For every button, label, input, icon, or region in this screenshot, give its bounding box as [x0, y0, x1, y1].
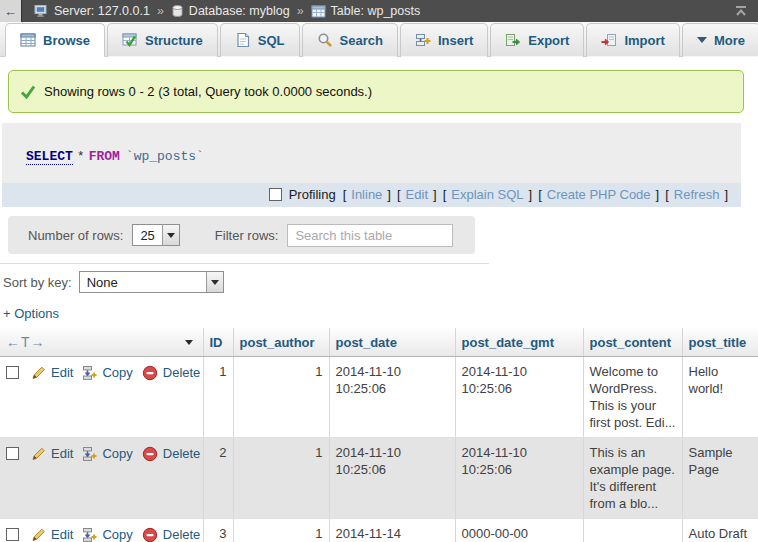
bracket: [	[664, 187, 670, 202]
inline-link[interactable]: Inline	[351, 187, 382, 202]
cell-post-content: Welcome to WordPress. This is your first…	[583, 357, 682, 438]
sql-query-box: SELECT*FROM`wp_posts`	[2, 123, 741, 183]
sql-icon	[235, 32, 251, 48]
column-header-post-author[interactable]: post_author	[233, 328, 329, 357]
column-header-id[interactable]: ID	[203, 328, 233, 357]
pencil-icon	[31, 365, 46, 380]
refresh-link[interactable]: Refresh	[674, 187, 720, 202]
cell-post-author: 1	[233, 357, 329, 438]
tab-search[interactable]: Search	[302, 23, 398, 57]
back-arrow-icon: ←	[4, 4, 17, 19]
cell-post-content: This is an example page. It's different …	[583, 438, 682, 519]
chevron-down-icon	[697, 37, 707, 43]
breadcrumb-table[interactable]: Table: wp_posts	[311, 4, 421, 18]
tab-export[interactable]: Export	[490, 23, 584, 57]
cell-post-content	[583, 519, 682, 542]
bracket: ]	[528, 187, 534, 202]
column-header-post-date-gmt[interactable]: post_date_gmt	[455, 328, 583, 357]
copy-icon	[82, 365, 97, 381]
cell-id: 3	[203, 519, 233, 542]
breadcrumb-server[interactable]: Server: 127.0.0.1	[34, 4, 150, 18]
profiling-checkbox[interactable]	[269, 188, 282, 201]
insert-icon	[415, 32, 431, 48]
row-checkbox[interactable]	[6, 528, 19, 541]
query-section: SELECT*FROM`wp_posts` Profiling [ Inline…	[2, 123, 741, 207]
rows-controls: Number of rows: 25 Filter rows:	[8, 216, 475, 254]
breadcrumb-separator: »	[155, 4, 166, 18]
delete-row-link[interactable]: Delete	[163, 445, 201, 462]
tab-export-label: Export	[528, 33, 569, 48]
row-actions-position-icon[interactable]: ←T→	[6, 334, 46, 350]
filter-rows-input[interactable]	[287, 224, 453, 247]
check-icon	[20, 85, 36, 99]
column-header-post-title[interactable]: post_title	[682, 328, 758, 357]
success-message-text: Showing rows 0 - 2 (3 total, Query took …	[44, 84, 372, 99]
cell-id: 2	[203, 438, 233, 519]
sort-by-key-label: Sort by key:	[3, 275, 72, 290]
export-icon	[505, 32, 521, 48]
copy-icon	[82, 527, 97, 542]
breadcrumb-database[interactable]: Database: myblog	[171, 4, 290, 18]
select-dropdown-button[interactable]	[206, 272, 223, 292]
delete-row-link[interactable]: Delete	[163, 526, 201, 542]
bracket: ]	[386, 187, 392, 202]
bracket: ]	[432, 187, 438, 202]
breadcrumb-table-label: Table: wp_posts	[331, 4, 421, 18]
row-checkbox[interactable]	[6, 447, 19, 460]
cell-post-title: Hello world!	[682, 357, 758, 438]
explain-sql-link[interactable]: Explain SQL	[451, 187, 523, 202]
copy-row-link[interactable]: Copy	[102, 364, 132, 381]
select-dropdown-button[interactable]	[162, 225, 179, 245]
nav-panel-toggle-button[interactable]: ←	[0, 0, 22, 22]
edit-row-link[interactable]: Edit	[51, 445, 73, 462]
sql-star: *	[73, 149, 89, 164]
table-header-row: ←T→ ID post_author post_date post_date_g…	[0, 328, 758, 357]
create-php-code-link[interactable]: Create PHP Code	[547, 187, 651, 202]
edit-query-link[interactable]: Edit	[406, 187, 428, 202]
filter-rows-label: Filter rows:	[215, 228, 279, 243]
chevron-down-icon	[211, 280, 219, 285]
delete-row-link[interactable]: Delete	[163, 364, 201, 381]
tab-sql[interactable]: SQL	[220, 23, 300, 57]
copy-row-link[interactable]: Copy	[102, 526, 132, 542]
tab-insert[interactable]: Insert	[400, 23, 488, 57]
copy-row-link[interactable]: Copy	[102, 445, 132, 462]
edit-row-link[interactable]: Edit	[51, 526, 73, 542]
cell-post-title: Sample Page	[682, 438, 758, 519]
collapse-console-icon[interactable]	[734, 5, 748, 17]
column-options-dropdown-icon[interactable]	[185, 340, 193, 345]
tab-more[interactable]: More	[682, 23, 758, 57]
browse-icon	[20, 32, 36, 48]
tab-structure-label: Structure	[145, 33, 203, 48]
database-icon	[171, 4, 184, 18]
tab-structure[interactable]: Structure	[107, 23, 218, 57]
options-toggle-link[interactable]: + Options	[3, 306, 59, 321]
success-message: Showing rows 0 - 2 (3 total, Query took …	[8, 70, 744, 113]
column-header-post-date[interactable]: post_date	[329, 328, 455, 357]
column-header-post-content[interactable]: post_content	[583, 328, 682, 357]
sort-by-key-value: None	[80, 275, 206, 290]
cell-id: 1	[203, 357, 233, 438]
cell-post-date-gmt: 2014-11-10 10:25:06	[455, 438, 583, 519]
tab-browse[interactable]: Browse	[5, 23, 105, 57]
chevron-down-icon	[167, 233, 175, 238]
edit-row-link[interactable]: Edit	[51, 364, 73, 381]
delete-icon	[142, 365, 158, 381]
delete-icon	[142, 527, 158, 542]
number-of-rows-select[interactable]: 25	[132, 224, 179, 246]
tab-import[interactable]: Import	[586, 23, 679, 57]
tab-more-label: More	[714, 33, 745, 48]
cell-post-date: 2014-11-10 10:25:06	[329, 438, 455, 519]
search-icon	[317, 32, 333, 48]
sql-query-text: SELECT*FROM`wp_posts`	[26, 149, 204, 165]
tab-sql-label: SQL	[258, 33, 285, 48]
breadcrumb-database-label: Database: myblog	[189, 4, 290, 18]
row-checkbox[interactable]	[6, 366, 19, 379]
cell-post-date-gmt: 0000-00-00 00:00:00	[455, 519, 583, 542]
bracket: [	[342, 187, 348, 202]
bracket: ]	[723, 187, 729, 202]
sort-controls: Sort by key: None	[3, 271, 758, 293]
table-row: Edit Copy	[0, 357, 758, 438]
sort-by-key-select[interactable]: None	[79, 271, 224, 293]
structure-icon	[122, 32, 138, 48]
